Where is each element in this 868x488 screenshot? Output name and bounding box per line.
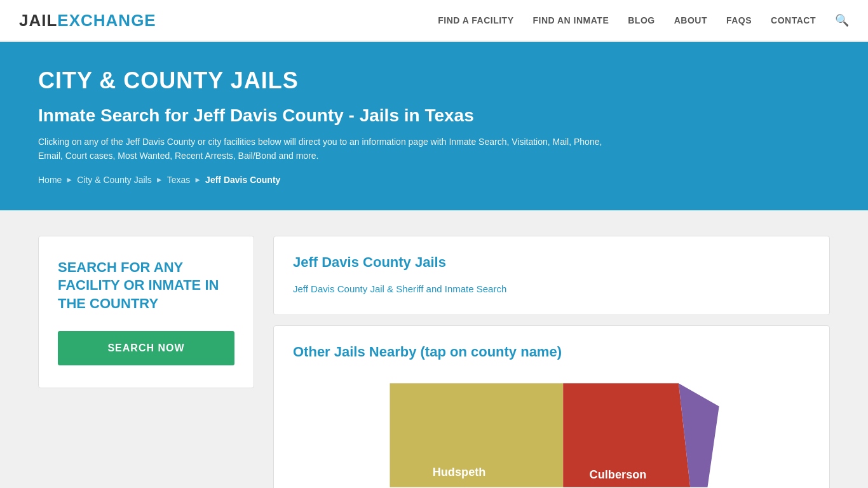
nav-item-about[interactable]: ABOUT [674, 15, 707, 26]
nav-link-find-inmate[interactable]: FIND AN INMATE [532, 15, 609, 25]
nearby-card: Other Jails Nearby (tap on county name) … [273, 325, 830, 488]
nav-link-find-facility[interactable]: FIND A FACILITY [438, 15, 513, 25]
nav-item-contact[interactable]: CONTACT [771, 15, 816, 26]
hero-banner: CITY & COUNTY JAILS Inmate Search for Je… [0, 42, 868, 210]
search-box: SEARCH FOR ANY FACILITY OR INMATE IN THE… [38, 236, 254, 388]
jails-card-title: Jeff Davis County Jails [293, 254, 810, 271]
right-panel: Jeff Davis County Jails Jeff Davis Count… [273, 236, 830, 488]
nav-link-about[interactable]: ABOUT [674, 15, 707, 25]
nearby-card-title: Other Jails Nearby (tap on county name) [293, 344, 810, 360]
navbar: JAILEXCHANGE FIND A FACILITY FIND AN INM… [0, 0, 868, 42]
search-now-button[interactable]: SEARCH NOW [58, 331, 234, 365]
search-box-title: SEARCH FOR ANY FACILITY OR INMATE IN THE… [58, 259, 234, 313]
breadcrumb-current: Jeff Davis County [205, 175, 280, 185]
hero-description: Clicking on any of the Jeff Davis County… [38, 135, 610, 163]
hudspeth-label: Hudspeth [433, 465, 486, 478]
logo-exchange: EXCHANGE [57, 11, 156, 30]
nav-item-blog[interactable]: BLOG [628, 15, 654, 26]
hero-title: Inmate Search for Jeff Davis County - Ja… [38, 105, 830, 126]
hero-category: CITY & COUNTY JAILS [38, 67, 830, 94]
nav-item-faqs[interactable]: FAQs [726, 15, 752, 26]
breadcrumb-state[interactable]: Texas [167, 175, 191, 185]
left-panel: SEARCH FOR ANY FACILITY OR INMATE IN THE… [38, 236, 254, 388]
map-svg: Hudspeth Culberson [293, 372, 810, 488]
nav-item-find-facility[interactable]: FIND A FACILITY [438, 15, 513, 26]
breadcrumb-home[interactable]: Home [38, 175, 62, 185]
nav-links: FIND A FACILITY FIND AN INMATE BLOG ABOU… [438, 13, 849, 27]
nav-search-icon-item[interactable]: 🔍 [835, 13, 849, 27]
nav-item-find-inmate[interactable]: FIND AN INMATE [532, 15, 609, 26]
logo-jail: JAIL [19, 11, 57, 30]
nav-link-faqs[interactable]: FAQs [726, 15, 752, 25]
breadcrumb-sep-3: ► [194, 175, 201, 184]
jails-card: Jeff Davis County Jails Jeff Davis Count… [273, 236, 830, 315]
nav-link-blog[interactable]: BLOG [628, 15, 654, 25]
jail-link[interactable]: Jeff Davis County Jail & Sheriff and Inm… [293, 281, 810, 297]
county-map: Hudspeth Culberson [293, 372, 810, 488]
main-content: SEARCH FOR ANY FACILITY OR INMATE IN THE… [0, 210, 868, 488]
logo-link[interactable]: JAILEXCHANGE [19, 11, 156, 30]
culberson-label: Culberson [590, 468, 647, 481]
breadcrumb-sep-2: ► [156, 175, 163, 184]
search-icon[interactable]: 🔍 [835, 14, 849, 27]
breadcrumb: Home ► City & County Jails ► Texas ► Jef… [38, 175, 830, 185]
breadcrumb-city-county[interactable]: City & County Jails [77, 175, 151, 185]
breadcrumb-sep-1: ► [65, 175, 73, 184]
nav-link-contact[interactable]: CONTACT [771, 15, 816, 25]
